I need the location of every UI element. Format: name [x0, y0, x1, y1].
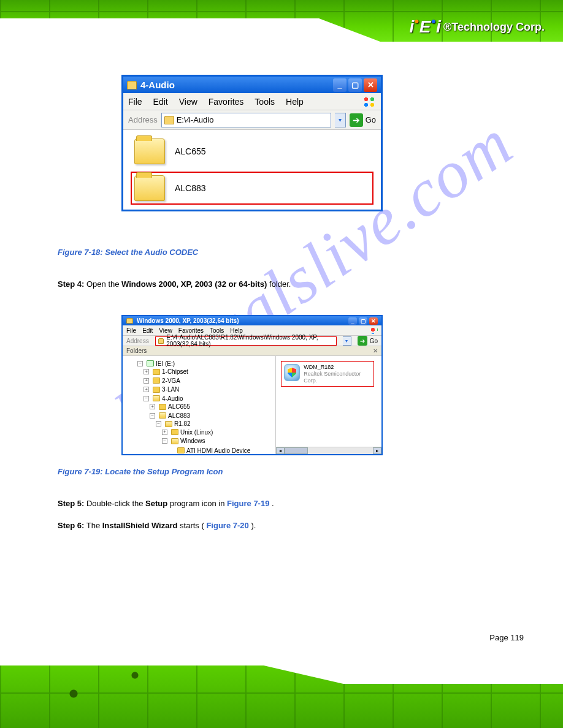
close-button[interactable]: ✕	[369, 317, 378, 325]
item-sub: Realtek Semiconductor Corp.	[304, 371, 361, 384]
menu-file[interactable]: File	[128, 97, 142, 107]
menu-favorites[interactable]: Favorites	[209, 97, 244, 107]
expander-icon[interactable]: +	[162, 430, 167, 435]
folder-icon	[171, 429, 178, 435]
folder-icon	[159, 404, 166, 410]
tree-drive[interactable]: − IEI (E:)	[137, 360, 175, 367]
scroll-track[interactable]	[308, 447, 373, 454]
windows-flag-icon[interactable]	[362, 96, 376, 107]
menu-help[interactable]: Help	[286, 97, 304, 107]
folder-item-alc655[interactable]: ALC655	[131, 135, 373, 168]
address-input[interactable]: E:\4-Audio\ALC883\R1.82\Windows\Windows …	[155, 336, 337, 346]
expander-icon[interactable]: +	[144, 387, 149, 392]
expander-icon[interactable]: −	[150, 413, 155, 419]
menu-tools[interactable]: Tools	[255, 97, 275, 107]
menu-favorites[interactable]: Favorites	[178, 327, 204, 334]
menu-tools[interactable]: Tools	[210, 327, 224, 334]
page-footer-banner	[0, 657, 563, 728]
panel-close-icon[interactable]: ✕	[373, 347, 378, 354]
logo-mark: i●E●i	[410, 17, 440, 37]
maximize-button[interactable]: ▢	[359, 317, 367, 325]
tree-label: ALC655	[168, 403, 190, 410]
shield-icon	[288, 368, 296, 377]
folder-tree[interactable]: − IEI (E:) +1-Chipset +2-VGA +3-LAN −4-A…	[123, 356, 276, 454]
address-dropdown[interactable]: ▾	[335, 113, 346, 127]
tree-item[interactable]: +ALC655	[150, 403, 190, 410]
expander-icon[interactable]: +	[150, 404, 155, 409]
tree-item[interactable]: −Windows	[162, 438, 205, 444]
folder-icon	[164, 116, 174, 124]
folder-icon	[134, 175, 165, 201]
step-5: Step 5: Double-click the Setup program i…	[58, 499, 274, 508]
item-name: WDM_R182	[304, 364, 334, 370]
menu-edit[interactable]: Edit	[153, 97, 168, 107]
step-bold: InstallShield Wizard	[102, 521, 178, 530]
step-4: Step 4: Open the Windows 2000, XP, 2003 …	[58, 279, 291, 289]
folders-panel-header: Folders ✕	[123, 346, 381, 356]
folder-icon	[158, 338, 164, 344]
window-buttons: _ ▢ ✕	[348, 317, 378, 325]
expander-icon[interactable]: −	[162, 438, 167, 444]
folder-icon	[134, 138, 165, 164]
folder-icon	[126, 318, 133, 324]
tree-item[interactable]: −ALC883	[150, 412, 190, 419]
folder-icon	[171, 438, 178, 444]
step-text: Double-click the	[86, 499, 145, 508]
menu-view[interactable]: View	[179, 97, 197, 107]
step-text: Open the	[86, 279, 121, 289]
tree-label: ATI HDMI Audio Device	[186, 447, 250, 454]
expander-icon[interactable]: −	[156, 421, 161, 427]
setup-program-item[interactable]: WDM_R182 Realtek Semiconductor Corp.	[281, 361, 374, 387]
close-button[interactable]: ✕	[364, 78, 377, 92]
item-text: WDM_R182 Realtek Semiconductor Corp.	[304, 364, 371, 384]
expander-icon[interactable]: +	[144, 378, 149, 384]
expander-icon[interactable]: −	[137, 361, 143, 366]
folders-panel-title: Folders	[126, 347, 147, 354]
page-number: Page 119	[489, 633, 524, 642]
tree-item[interactable]: +3-LAN	[144, 386, 179, 393]
step-text: The	[86, 521, 102, 530]
figure-caption-2: Figure 7-19: Locate the Setup Program Ic…	[58, 467, 223, 476]
step-text3: ).	[251, 521, 256, 530]
go-button[interactable]: ➔ Go	[358, 333, 378, 348]
expander-icon[interactable]: +	[144, 369, 149, 374]
step-bold: Windows 2000, XP, 2003 (32 or 64-bits)	[121, 279, 267, 289]
menu-edit[interactable]: Edit	[142, 327, 153, 334]
address-value: E:\4-Audio	[177, 115, 214, 124]
tree-label: 1-Chipset	[162, 368, 188, 375]
address-value: E:\4-Audio\ALC883\R1.82\Windows\Windows …	[166, 334, 333, 347]
menu-help[interactable]: Help	[230, 327, 243, 334]
tree-item[interactable]: +2-VGA	[144, 377, 180, 384]
titlebar[interactable]: 4-Audio _ ▢ ✕	[123, 77, 381, 93]
tree-item[interactable]: +Unix (Linux)	[162, 429, 213, 436]
horizontal-scrollbar[interactable]: ◂ ▸	[276, 447, 381, 454]
titlebar[interactable]: Windows 2000, XP, 2003(32,64 bits) _ ▢ ✕	[123, 316, 381, 325]
minimize-button[interactable]: _	[333, 78, 347, 92]
tree-item[interactable]: ATI HDMI Audio Device	[168, 447, 250, 454]
menu-view[interactable]: View	[159, 327, 172, 334]
tree-item[interactable]: −4-Audio	[144, 395, 183, 402]
scroll-thumb[interactable]	[285, 447, 308, 454]
maximize-button[interactable]: ▢	[348, 78, 362, 92]
tree-label: R1.82	[174, 420, 191, 427]
scroll-right-icon[interactable]: ▸	[373, 447, 381, 454]
scroll-left-icon[interactable]: ◂	[276, 447, 285, 454]
step-text2: starts (	[180, 521, 204, 530]
tree-label: Unix (Linux)	[180, 429, 213, 436]
menu-file[interactable]: File	[126, 327, 136, 334]
address-input[interactable]: E:\4-Audio	[161, 113, 331, 127]
minimize-button[interactable]: _	[348, 317, 357, 325]
go-button[interactable]: ➔ Go	[350, 113, 376, 127]
tree-item[interactable]: −R1.82	[156, 420, 191, 427]
address-dropdown[interactable]: ▾	[343, 336, 351, 346]
go-arrow-icon: ➔	[350, 113, 363, 127]
drive-icon	[147, 360, 154, 366]
tree-item[interactable]: +1-Chipset	[144, 368, 188, 375]
window-title: 4-Audio	[140, 80, 329, 90]
step-ref: Figure 7-19	[227, 499, 269, 508]
tree-label: Windows	[180, 438, 205, 444]
footer-swoosh	[0, 657, 563, 728]
expander-icon[interactable]: −	[144, 396, 149, 401]
folder-item-alc883[interactable]: ALC883	[131, 172, 373, 205]
folder-icon	[177, 447, 185, 453]
